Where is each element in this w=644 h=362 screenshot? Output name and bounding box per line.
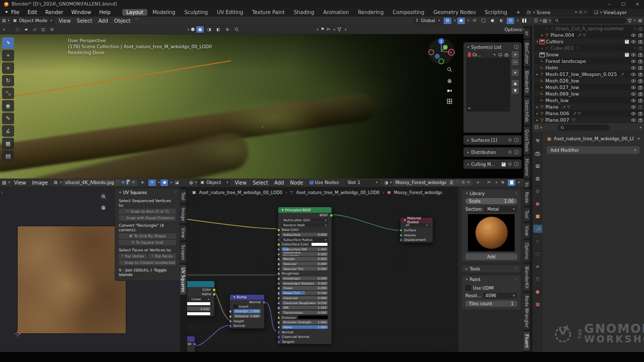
paint-header[interactable]: ▾Paint⠿ [462, 276, 521, 283]
input-socket[interactable] [277, 272, 281, 276]
add-modifier-button[interactable]: Add Modifier▾ [547, 146, 639, 154]
sidebar-tab-uv-squares[interactable]: UV Squares [180, 264, 187, 295]
node-overlay-icon[interactable]: ◙ [508, 179, 515, 186]
sidebar-tab-mixamo[interactable]: Mixamo [524, 156, 530, 178]
snap-closest-unselected-button[interactable]: ⊹Snap to Closest Unselected [119, 260, 176, 265]
copy-icon[interactable]: ⧉ [462, 180, 465, 185]
pin-icon[interactable]: ✶ [575, 11, 578, 15]
render-visibility-icon[interactable] [638, 92, 643, 97]
input-socket[interactable] [277, 316, 281, 320]
alpha-output[interactable]: Alpha [187, 292, 214, 296]
scale-slider[interactable]: Scale1.00 [465, 198, 517, 204]
breadcrumb-material[interactable]: Mossy_Forest_wdoidgs [394, 190, 442, 195]
slider[interactable]: Clearcoat Roughness0.030 [282, 301, 328, 305]
render-visibility-icon[interactable] [638, 78, 643, 83]
colorspace-dropdown[interactable]: GB▾ [187, 297, 189, 301]
slider[interactable]: Alpha1.000 [282, 325, 328, 329]
users-count[interactable]: 2 [449, 180, 454, 185]
move-up-button[interactable]: ▲ [512, 80, 519, 86]
node-header[interactable] [187, 281, 214, 287]
folder-icon[interactable]: ▛ [126, 180, 129, 185]
shader-type-dropdown[interactable]: ▣ Object▾ [198, 179, 230, 186]
workspace-tab-modeling[interactable]: Modeling [148, 9, 180, 16]
fake-user-icon[interactable]: ♡ [116, 180, 120, 185]
normal-map-node[interactable]: rmal [187, 336, 195, 352]
expand-arrow-icon[interactable]: ▸ [545, 27, 549, 31]
workspace-tab-compositing[interactable]: Compositing [389, 9, 429, 16]
fake-user-icon[interactable]: ♡ [456, 180, 460, 185]
properties-type-icon[interactable]: ☷ [534, 125, 538, 130]
node-row-clearcoat-normal[interactable]: Clearcoat Normal [278, 334, 332, 339]
properties-tab-particles[interactable]: ∴ [533, 237, 542, 245]
node-row-random-walk[interactable]: Random Walk▾ [278, 222, 332, 227]
bump-distance[interactable]: Distance1.000 [230, 314, 264, 319]
workspace-tab-shading[interactable]: Shading [290, 9, 318, 16]
node-row-base-color[interactable]: Base Color [278, 227, 332, 232]
sidebar-tab-blenderkit[interactable]: BlenderKit [524, 68, 530, 96]
tools-panel[interactable]: ▸Tools⠿ [461, 264, 521, 273]
node-row-subsurface-ior[interactable]: Subsurface IOR1.400 [278, 247, 332, 252]
outliner-row[interactable]: ▸▽Grass_Cut_A_spring-summer▾ [534, 25, 644, 32]
minimize-button[interactable]: – [603, 2, 616, 7]
sidebar-tab-node-wrangler[interactable]: Node Wrangler [524, 293, 530, 330]
render-visibility-icon[interactable] [638, 105, 643, 110]
overlay-toggle-icon[interactable]: ▣ [196, 26, 204, 33]
slider[interactable]: Sheen Tint0.500 [282, 291, 328, 295]
hide-eye-icon[interactable] [631, 59, 636, 64]
chevron-down-icon[interactable]: ▾ [634, 46, 636, 50]
workspace-tab-animation[interactable]: Animation [319, 9, 353, 16]
image-menu-view[interactable]: View [11, 180, 29, 186]
breadcrumb-mesh[interactable]: Aset_nature_tree_M_wdoidgs_00_LOD0 [296, 190, 380, 195]
slider[interactable]: Clearcoat0.000 [282, 296, 328, 300]
unlink-icon[interactable]: ✕ [132, 180, 135, 185]
render-visibility-icon[interactable] [638, 59, 643, 64]
bsdf-output-socket[interactable] [330, 214, 333, 217]
to-grid-by-shape-button[interactable]: ▣To Grid By Shape [119, 233, 176, 239]
node-row-normal[interactable]: Normal [278, 329, 332, 334]
proportional-icon[interactable]: ◉ [160, 179, 168, 186]
render-visibility-icon[interactable] [638, 65, 643, 70]
use-nodes-checkbox[interactable]: Use Nodes [309, 180, 339, 185]
uv-squares-header[interactable]: ▾UV Squares ⠿ [115, 189, 180, 196]
grip-icon[interactable]: ∷ [506, 107, 508, 111]
node-row-subsurface-color[interactable]: Subsurface Color [278, 242, 332, 247]
clip-icon[interactable]: ◪ [173, 179, 181, 186]
hide-eye-icon[interactable] [631, 118, 636, 123]
transform-tool-button[interactable]: ◉ [2, 100, 14, 112]
outliner-row[interactable]: ∟Mesh.026_low [534, 77, 644, 84]
navigation-gizmo[interactable]: Z X Y [427, 36, 455, 64]
gear-icon[interactable] [508, 150, 512, 154]
bump-node[interactable]: ▾Bump Normal Invert Strength1.000Distanc… [229, 294, 265, 329]
exclude-checkbox[interactable] [625, 53, 629, 57]
grip-icon[interactable]: ⠿ [515, 278, 518, 282]
node-row-specular-tint[interactable]: Specular Tint0.000 [278, 266, 332, 271]
panel-toggle-icon[interactable]: › [1, 190, 3, 195]
node-row-subsurface-radius[interactable]: Subsurface Radius▾ [278, 237, 332, 242]
info-icon[interactable] [514, 162, 519, 166]
image-editor-type-icon[interactable]: ▧ [2, 180, 7, 185]
sidebar-tab-options[interactable]: Options [524, 240, 530, 262]
node-row-anisotropic[interactable]: Anisotropic0.000 [278, 276, 332, 281]
gizmo-sphere-icon[interactable]: 🌑︎ [191, 28, 195, 32]
outliner-row[interactable]: ▸▽Cube.003▽▾ [534, 45, 644, 51]
image-browse-icon[interactable]: ▨ [54, 180, 58, 185]
chevron-down-icon[interactable]: ▾ [634, 27, 636, 31]
filter-icon[interactable] [627, 19, 632, 23]
field-white-2[interactable] [187, 312, 211, 316]
input-socket[interactable] [277, 311, 281, 315]
maximize-button[interactable]: ▢ [617, 2, 630, 7]
material-datablock[interactable]: Mossy_Forest_wdoidgs 2 ♡ ⧉ ✕ [393, 179, 472, 186]
to-square-grid-button[interactable]: ⧉To Square Grid [119, 240, 176, 245]
breadcrumb-object[interactable]: Aset_nature_tree_M_wdoidgs_00_LOD0 [199, 190, 283, 195]
menu-help[interactable]: Help [95, 10, 115, 15]
outliner-row[interactable]: ∟Mesh.027_low [534, 84, 644, 90]
exclude-checkbox[interactable] [625, 40, 629, 44]
pin-icon[interactable]: ✶ [636, 137, 640, 141]
input-socket[interactable] [277, 306, 281, 310]
snap-settings-icon[interactable]: ⊨ [327, 27, 331, 32]
input-socket[interactable] [277, 277, 281, 281]
node-header[interactable]: ▾Bump [230, 295, 264, 300]
search-icon[interactable] [234, 27, 239, 32]
viewport-menu-add[interactable]: Add [95, 18, 111, 24]
workspace-tab-uv-editing[interactable]: UV Editing [213, 9, 247, 16]
